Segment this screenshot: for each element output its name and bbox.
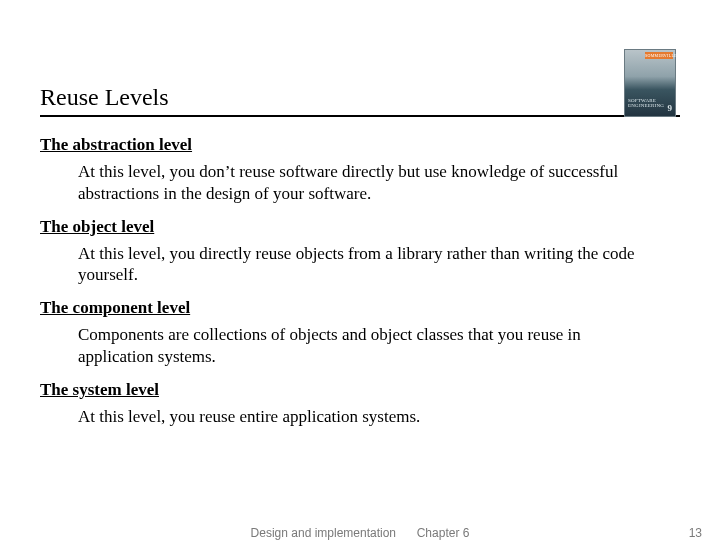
footer-chapter: Chapter 6	[417, 526, 470, 540]
section-heading: The abstraction level	[40, 135, 680, 155]
title-row: Reuse Levels SOMMERVILLE SOFTWARE ENGINE…	[40, 84, 680, 117]
footer-center: Design and implementation Chapter 6	[251, 526, 470, 540]
section-abstraction: The abstraction level At this level, you…	[40, 135, 680, 205]
footer-topic: Design and implementation	[251, 526, 396, 540]
section-heading: The system level	[40, 380, 680, 400]
section-object: The object level At this level, you dire…	[40, 217, 680, 287]
section-body: Components are collections of objects an…	[78, 324, 643, 368]
book-edition-number: 9	[668, 103, 673, 113]
slide-title: Reuse Levels	[40, 84, 680, 111]
section-component: The component level Components are colle…	[40, 298, 680, 368]
section-heading: The component level	[40, 298, 680, 318]
section-body: At this level, you don’t reuse software …	[78, 161, 643, 205]
footer-page-number: 13	[689, 526, 702, 540]
slide: Reuse Levels SOMMERVILLE SOFTWARE ENGINE…	[0, 0, 720, 540]
section-body: At this level, you directly reuse object…	[78, 243, 643, 287]
book-cover-image: SOMMERVILLE SOFTWARE ENGINEERING 9	[624, 49, 676, 117]
book-author-tab: SOMMERVILLE	[645, 52, 673, 59]
section-system: The system level At this level, you reus…	[40, 380, 680, 428]
section-body: At this level, you reuse entire applicat…	[78, 406, 643, 428]
section-heading: The object level	[40, 217, 680, 237]
